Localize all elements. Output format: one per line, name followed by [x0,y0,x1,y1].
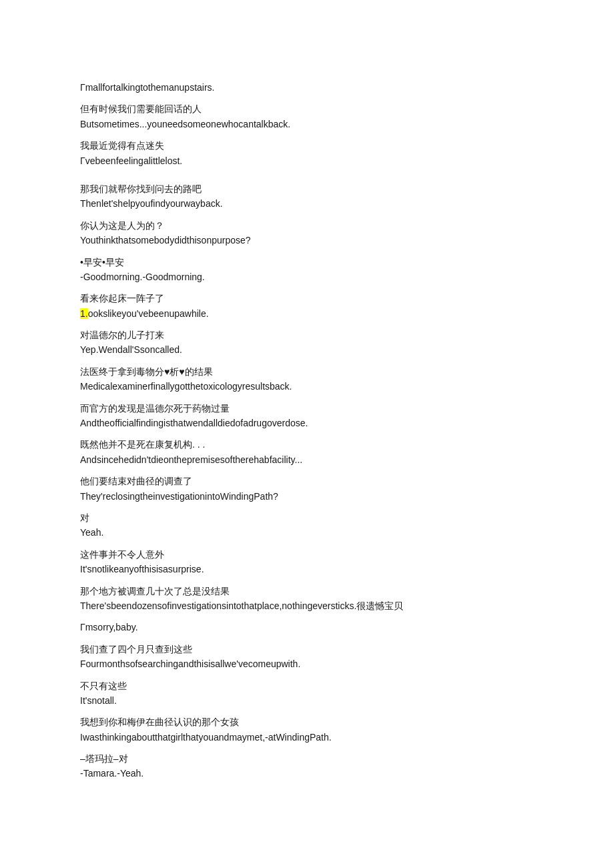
text-line-chinese: 这件事并不令人意外 [80,547,534,562]
text-line-chinese: 而官方的发现是温德尔死于药物过量 [80,401,534,416]
line-pair-8: 对温德尔的儿子打来 Yep.Wendall'Ssoncalled. [80,328,534,358]
text-line-english: Yeah. [80,525,534,540]
text-line-english: Butsometimes...youneedsomeonewhocantalkb… [80,117,534,131]
text-line-chinese: 对 [80,510,534,525]
text-line-chinese: 那我们就帮你找到问去的路吧 [80,181,534,196]
text-line-chinese: 既然他并不是死在康复机构. . . [80,437,534,452]
highlight-1: 1. [80,308,88,319]
text-line-chinese: 你认为这是人为的？ [80,218,534,233]
line-pair-20: –塔玛拉–对 -Tamara.-Yeah. [80,751,534,781]
text-line-english: It'snotlikeanyofthisisasurprise. [80,562,534,576]
line-pair-12: 他们要结束对曲径的调查了 They'reclosingtheinvestigat… [80,474,534,504]
text-line-english: Andtheofficialfindingisthatwendalldiedof… [80,416,534,430]
text-line-chinese: 我想到你和梅伊在曲径认识的那个女孩 [80,715,534,729]
text-line-chinese: 对温德尔的儿子打来 [80,328,534,342]
line-pair-5: 你认为这是人为的？ Youthinkthatsomebodydidthisonp… [80,218,534,248]
text-line: Γmallfortalkingtothemanupstairs. [80,80,534,95]
line-pair-3: 我最近觉得有点迷失 Γvebeenfeelingalittlelost. [80,138,534,168]
line-pair-6: •早安•早安 -Goodmorning.-Goodmorning. [80,255,534,285]
line-pair-10: 而官方的发现是温德尔死于药物过量 Andtheofficialfindingis… [80,401,534,431]
text-line-english: Yep.Wendall'Ssoncalled. [80,342,534,357]
text-line-english: Fourmonthsofsearchingandthisisallwe'veco… [80,657,534,671]
line-pair-18: 不只有这些 It'snotall. [80,679,534,709]
line-pair-9: 法医终于拿到毒物分♥析♥的结果 Medicalexaminerfinallygo… [80,364,534,394]
text-line-english: -Goodmorning.-Goodmorning. [80,270,534,284]
line-pair-14: 这件事并不令人意外 It'snotlikeanyofthisisasurpris… [80,547,534,577]
text-line-english: It'snotall. [80,693,534,708]
line-pair-17: 我们查了四个月只查到这些 Fourmonthsofsearchingandthi… [80,642,534,672]
text-line-chinese: 不只有这些 [80,679,534,693]
line-pair-1: Γmallfortalkingtothemanupstairs. [80,80,534,95]
text-line-chinese: 但有时候我们需要能回话的人 [80,101,534,116]
text-line-english: Γmsorry,baby. [80,620,534,634]
line-pair-13: 对 Yeah. [80,510,534,540]
line-pair-11: 既然他并不是死在康复机构. . . Andsincehedidn'tdieont… [80,437,534,467]
text-line-english: Γvebeenfeelingalittlelost. [80,153,534,168]
text-line-english: Andsincehedidn'tdieonthepremisesofthereh… [80,452,534,467]
text-line-chinese: 那个地方被调查几十次了总是没结果 [80,584,534,598]
line-pair-4: 那我们就帮你找到问去的路吧 Thenlet'shelpyoufindyourwa… [80,181,534,211]
line-pair-19: 我想到你和梅伊在曲径认识的那个女孩 Iwasthinkingaboutthatg… [80,715,534,745]
line-pair-7: 看来你起床一阵子了 1.ookslikeyou'vebeenupawhile. [80,291,534,321]
text-line-english: Medicalexaminerfinallygotthetoxicologyre… [80,379,534,394]
text-line-english: Thenlet'shelpyoufindyourwayback. [80,196,534,211]
line-pair-16: Γmsorry,baby. [80,620,534,634]
text-line-chinese: 法医终于拿到毒物分♥析♥的结果 [80,364,534,379]
text-line-chinese: 他们要结束对曲径的调查了 [80,474,534,488]
line-pair-15: 那个地方被调查几十次了总是没结果 There'sbeendozensofinve… [80,584,534,614]
text-line-english: There'sbeendozensofinvestigationsintotha… [80,598,534,613]
text-line-english: Iwasthinkingaboutthatgirlthatyouandmayme… [80,730,534,745]
text-line-english: Youthinkthatsomebodydidthisonpurpose? [80,233,534,248]
text-line-chinese: –塔玛拉–对 [80,751,534,766]
text-line-chinese: •早安•早安 [80,255,534,270]
text-line-english: 1.ookslikeyou'vebeenupawhile. [80,306,534,321]
content-area: Γmallfortalkingtothemanupstairs. 但有时候我们需… [80,80,534,781]
text-line-chinese: 看来你起床一阵子了 [80,291,534,306]
text-line-english: They'reclosingtheinvestigationintoWindin… [80,489,534,504]
text-line-english: -Tamara.-Yeah. [80,766,534,781]
text-line-chinese: 我们查了四个月只查到这些 [80,642,534,657]
text-line-chinese: 我最近觉得有点迷失 [80,138,534,153]
line-pair-2: 但有时候我们需要能回话的人 Butsometimes...youneedsome… [80,101,534,131]
